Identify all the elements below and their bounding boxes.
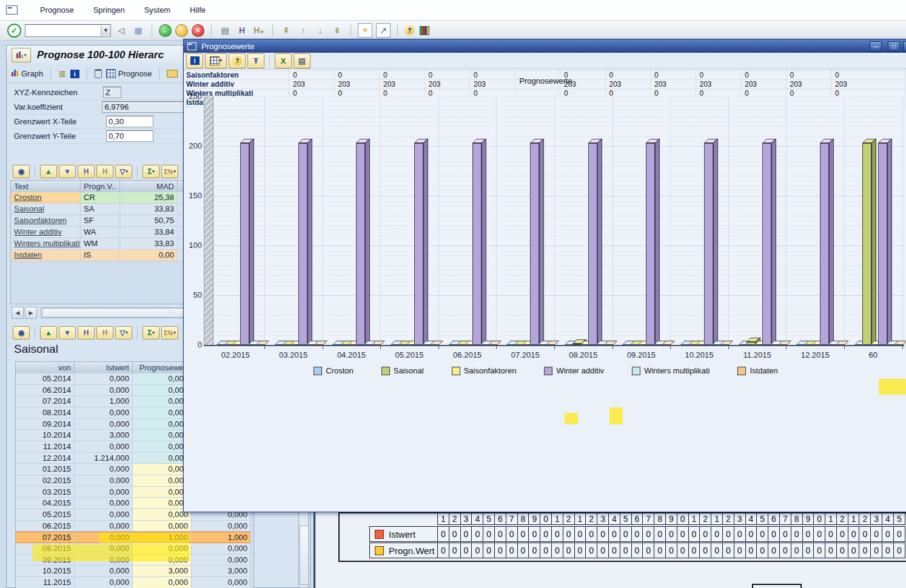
help-icon[interactable]: ? [229,53,246,68]
method-link-cell[interactable]: Saisonal [11,204,81,215]
help-icon[interactable]: ? [404,25,414,35]
close-icon[interactable]: × [903,41,906,52]
info-icon[interactable]: i [70,70,79,78]
subtotal-icon[interactable]: Σ%▾ [161,165,178,178]
detail-icon[interactable]: ◉ [13,326,30,339]
minimize-icon[interactable]: — [870,41,882,52]
new-session-icon[interactable]: ✳ [358,23,372,38]
table-row[interactable]: 10.20150,0003,0003,000 [16,566,253,577]
sort-asc-icon[interactable]: ▲ [40,326,57,339]
field-input-3[interactable]: 0,30 [106,116,153,127]
print-icon[interactable]: ▤ [294,53,310,68]
cell: 10.2015 [16,566,75,577]
menu-item-hilfe[interactable]: Hilfe [188,4,207,16]
find-icon[interactable]: H [78,326,95,339]
folder-collapse-icon[interactable] [167,70,178,78]
sum-icon[interactable]: Σ▾ [143,165,159,178]
scroll-right-icon[interactable]: ▶ [25,307,37,319]
menu-item-springen[interactable]: Springen [92,4,127,16]
column-header[interactable]: Text [11,181,81,192]
delete-icon[interactable] [95,69,102,78]
subtotal-icon[interactable]: Σ%▾ [161,326,178,339]
system-menu-icon[interactable] [6,5,18,15]
sort-desc-icon[interactable]: ▼ [59,326,76,339]
method-link-cell[interactable]: Istdaten [11,250,81,261]
exit-icon[interactable]: ↑ [175,24,188,37]
bar-side [482,138,486,345]
prognose-button[interactable]: Prognose [106,69,152,78]
legend-info-icon[interactable]: i [186,53,203,68]
method-link[interactable]: Saisonal [14,204,44,213]
method-link[interactable]: Winters multiplikativ [14,239,81,248]
series-label: Istwert [389,529,415,540]
excel-export-icon[interactable]: X [275,53,292,68]
menu-item-prognose[interactable]: Prognose [38,4,76,16]
value-cell: 0 [802,543,814,558]
settings-icon[interactable]: Ŧ [247,53,264,68]
chart-menu-button[interactable]: ▾ [12,48,31,62]
field-input-1: Z [103,87,121,98]
cell: 11.2014 [16,441,75,453]
method-link[interactable]: Croston [14,193,42,202]
sort-desc-icon[interactable]: ▼ [59,165,76,178]
value-cell: 0 [859,526,871,542]
back-nav-icon[interactable]: ◁ [115,24,128,37]
cancel-icon[interactable]: × [192,24,204,37]
maximize-icon[interactable]: □ [888,41,900,52]
cell: 0,000 [75,475,133,487]
method-link[interactable]: Istdaten [14,250,42,259]
istwert-swatch [375,530,384,539]
column-header[interactable]: MAD [120,181,178,192]
method-link[interactable]: Winter additiv [14,227,62,236]
detail-icon[interactable]: ◉ [13,165,30,178]
find-next-icon[interactable]: H₊ [252,24,266,37]
method-mad-cell: 50,75 [120,215,178,227]
find-icon[interactable]: H [78,165,95,178]
back-icon[interactable]: ← [159,24,172,37]
scroll-left-icon[interactable]: ◀ [12,307,24,319]
vertical-grid-line [496,96,497,345]
graph-button[interactable]: Graph [12,69,43,78]
field-input-4[interactable]: 0,70 [106,130,153,142]
save-icon[interactable]: ▦ [132,24,145,37]
find-icon[interactable]: H [235,24,249,37]
filter-icon[interactable]: ▽▾ [115,326,132,339]
filter-icon[interactable]: ▽▾ [115,165,132,178]
table-row[interactable]: 11.20150,0000,0000,000 [16,577,253,588]
month-digit: 6 [631,513,643,525]
method-link[interactable]: Saisonfaktoren [14,216,67,225]
dialog-toolbar: i ▾ ? Ŧ X ▤ [184,53,906,69]
value-cell: 0 [449,543,461,558]
find-next-icon[interactable]: H [96,326,113,339]
grid-view-icon[interactable]: ▾ [205,53,227,68]
month-digit: 7 [506,513,518,525]
table-row[interactable]: 06.20150,0000,0000,000 [16,521,253,532]
method-link-cell[interactable]: Winter additiv [11,227,81,238]
method-link-cell[interactable]: Winters multiplikativ [11,238,81,250]
column-header[interactable]: Istwert [75,362,133,373]
column-header[interactable]: Progn.V.. [81,181,120,192]
find-next-icon[interactable]: H [96,165,113,178]
method-link-cell[interactable]: Croston [11,192,81,204]
layout-icon[interactable] [418,24,431,37]
method-link-cell[interactable]: Saisonfaktoren [11,215,81,227]
legend-swatch [737,367,746,375]
last-page-icon[interactable]: ⇟ [331,24,344,37]
script-icon[interactable]: ≣ [58,68,66,79]
next-page-icon[interactable]: ↓ [314,24,327,37]
month-digit: 3 [597,513,609,525]
enter-icon[interactable]: ✓ [7,24,21,38]
bar-front [356,143,365,345]
menu-item-system[interactable]: System [143,4,172,16]
sort-asc-icon[interactable]: ▲ [40,165,57,178]
previous-page-icon[interactable]: ↑ [297,24,310,37]
command-input[interactable]: ▼ [25,24,111,37]
chevron-down-icon[interactable]: ▼ [101,25,110,36]
column-header[interactable]: von [16,362,75,373]
shortcut-icon[interactable]: ↗ [376,23,391,38]
dialog-title-bar[interactable]: Prognosewerte [184,39,906,53]
print-icon[interactable]: ▤ [218,24,232,37]
legend-item: Winters multiplikati [632,366,710,375]
first-page-icon[interactable]: ⇞ [280,24,293,37]
sum-icon[interactable]: Σ▾ [143,326,159,339]
